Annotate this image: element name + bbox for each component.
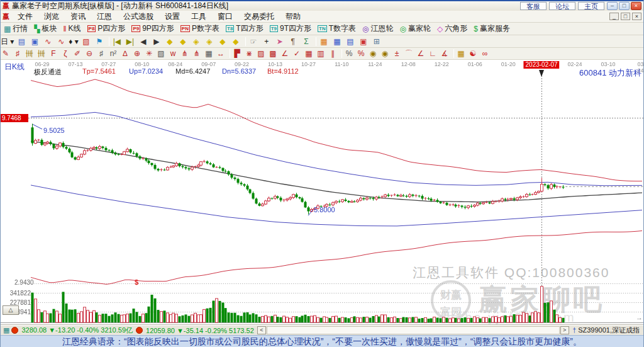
- infinity-icon[interactable]: ∞: [480, 48, 492, 59]
- sector-button[interactable]: ▚板块: [31, 23, 60, 35]
- hash-grid-icon[interactable]: ♯: [96, 48, 108, 59]
- diag-lines-icon[interactable]: ∥: [328, 48, 340, 59]
- circle-minus-icon[interactable]: ⊖: [84, 48, 96, 59]
- stats-tool-button[interactable]: Σ: [301, 35, 314, 47]
- status-scroll-left-button[interactable]: <: [257, 326, 266, 334]
- winner-service-button[interactable]: $赢家服务: [470, 23, 513, 35]
- board-view-icon[interactable]: ▤: [16, 35, 29, 47]
- forum-button[interactable]: 论坛: [549, 2, 575, 10]
- kline-chart-canvas[interactable]: [1, 60, 644, 325]
- info-view-icon[interactable]: ▣: [29, 35, 42, 47]
- extend-arrows-icon[interactable]: ↔: [216, 48, 228, 59]
- range-select-icon[interactable]: ▧: [80, 35, 94, 47]
- red-grid2-icon[interactable]: ▩: [268, 48, 280, 59]
- gann-wheel-button[interactable]: ◎江恩轮: [359, 23, 396, 35]
- grid-yellow-icon[interactable]: ▦: [456, 48, 468, 59]
- text-note-button[interactable]: ¶: [287, 35, 301, 47]
- indicator-name-label[interactable]: 极反通道: [34, 67, 62, 77]
- angle90-icon[interactable]: ∟: [428, 48, 440, 59]
- menu-item-窗口[interactable]: 窗口: [212, 11, 238, 22]
- diamond-zoom-out-button[interactable]: ◈: [204, 35, 217, 47]
- period-day-dropdown[interactable]: 日 ▾: [1, 35, 16, 47]
- box-grid-icon[interactable]: ▥: [316, 48, 328, 59]
- spiral-tool-icon[interactable]: ζ: [60, 48, 72, 59]
- taiji-icon[interactable]: ☯: [468, 48, 480, 59]
- menu-item-帮助[interactable]: 帮助: [280, 11, 306, 22]
- pointer-tool-button[interactable]: ➤: [274, 35, 287, 47]
- zigzag-dots-icon[interactable]: ∿: [55, 35, 69, 47]
- percent-box-icon[interactable]: %: [356, 48, 368, 59]
- sh-index-quote[interactable]: 3280.08 ▼-13.20 -0.40% 3210.59亿: [21, 326, 133, 335]
- next-bar-button[interactable]: ▶: [151, 35, 164, 47]
- minimize-button[interactable]: –: [607, 2, 618, 10]
- p9-square-button[interactable]: P99P四方形: [128, 23, 177, 35]
- menu-item-交易委托[interactable]: 交易委托: [238, 11, 280, 22]
- restore-button[interactable]: □: [619, 2, 630, 10]
- paint-flag-icon[interactable]: ⚑: [94, 35, 107, 47]
- burst-icon[interactable]: ✳: [144, 48, 156, 59]
- crosshair-tool-button[interactable]: +: [261, 35, 274, 47]
- rays-tool-icon[interactable]: ⋇: [244, 48, 256, 59]
- kline-button[interactable]: ‖K线: [60, 23, 84, 35]
- t-square-button[interactable]: T8T四方形: [223, 23, 267, 35]
- gann-fan-icon[interactable]: ⋔: [180, 48, 192, 59]
- menu-item-文件[interactable]: 文件: [12, 11, 38, 22]
- hatch-tool-icon[interactable]: ♯: [13, 48, 25, 59]
- t9-square-button[interactable]: T99T四方形: [267, 23, 314, 35]
- gann-grid-icon[interactable]: 卌: [25, 48, 36, 59]
- transport-button[interactable]: ⊞: [371, 35, 384, 47]
- pen-tool-icon[interactable]: ✎: [1, 48, 13, 59]
- menu-item-设置[interactable]: 设置: [159, 11, 186, 22]
- expand-pane-button[interactable]: △: [3, 305, 19, 315]
- n-square-icon[interactable]: n²: [108, 48, 120, 59]
- diamond-zoom-in-button[interactable]: ◈: [191, 35, 204, 47]
- calendar-button[interactable]: ▦: [318, 35, 331, 47]
- angle-set-icon[interactable]: ∡: [440, 48, 452, 59]
- gold-circle-icon[interactable]: ◉: [368, 48, 380, 59]
- status-scrollbar-track[interactable]: [267, 326, 560, 334]
- menu-item-浏览[interactable]: 浏览: [38, 11, 65, 22]
- index-name-label[interactable]: SZ399001,深证成指: [578, 326, 640, 335]
- diamond-compress-button[interactable]: ◆: [230, 35, 243, 47]
- customer-service-button[interactable]: 客服: [520, 2, 547, 10]
- marker-tool-icon[interactable]: ✐: [72, 48, 84, 59]
- wave-icon[interactable]: w: [168, 48, 180, 59]
- notebook-button[interactable]: ▤: [345, 35, 358, 47]
- mdi-restore-button[interactable]: □: [621, 13, 630, 20]
- homepage-button[interactable]: 主页: [578, 2, 604, 10]
- menu-item-工具[interactable]: 工具: [186, 11, 212, 22]
- calculator-button[interactable]: ▦: [331, 35, 345, 47]
- arc-tool-icon[interactable]: ⌒: [404, 48, 416, 59]
- angle-line-icon[interactable]: ∠: [280, 48, 292, 59]
- winner-wheel-button[interactable]: ◎赢家轮: [397, 23, 434, 35]
- diamond-pan-right-button[interactable]: ◆: [177, 35, 191, 47]
- mdi-minimize-button[interactable]: _: [609, 13, 619, 20]
- angle45-icon[interactable]: ∠: [416, 48, 428, 59]
- gold-circle2-icon[interactable]: ◉: [380, 48, 392, 59]
- hand-tool-button[interactable]: ☞: [248, 35, 261, 47]
- percent-icon[interactable]: %: [344, 48, 356, 59]
- diamond-expand-button[interactable]: ◆: [217, 35, 230, 47]
- menu-item-公式选股[interactable]: 公式选股: [118, 11, 159, 22]
- dense-grid-icon[interactable]: ▦: [304, 48, 316, 59]
- zigzag-line-icon[interactable]: ∿: [42, 35, 55, 47]
- menu-item-江恩[interactable]: 江恩: [91, 11, 118, 22]
- frame-grid-icon[interactable]: ▦: [204, 48, 216, 59]
- angle-triangle-icon[interactable]: ∆: [120, 48, 132, 59]
- save-button[interactable]: ▣: [358, 35, 371, 47]
- menu-item-资讯[interactable]: 资讯: [65, 11, 91, 22]
- first-bar-button[interactable]: |◀: [111, 35, 125, 47]
- sse-index-icon[interactable]: [11, 327, 18, 334]
- check-line-icon[interactable]: ✓: [292, 48, 304, 59]
- hexagon-button[interactable]: ◇六角形: [434, 23, 470, 35]
- box-tool-icon[interactable]: ▛: [232, 48, 244, 59]
- candle-style-dropdown[interactable]: ♦ ▾: [69, 35, 80, 47]
- grid-view-icon[interactable]: ▦: [3, 326, 9, 334]
- shade-box-icon[interactable]: ▧: [156, 48, 168, 59]
- prev-bar-button[interactable]: ◀: [138, 35, 151, 47]
- szse-index-icon[interactable]: [136, 327, 143, 334]
- p-number-table-button[interactable]: PNP数字表: [177, 23, 223, 35]
- gann-grid2-icon[interactable]: 卌: [36, 48, 48, 59]
- p-square-button[interactable]: P8P四方形: [84, 23, 129, 35]
- mdi-close-button[interactable]: ×: [632, 13, 641, 20]
